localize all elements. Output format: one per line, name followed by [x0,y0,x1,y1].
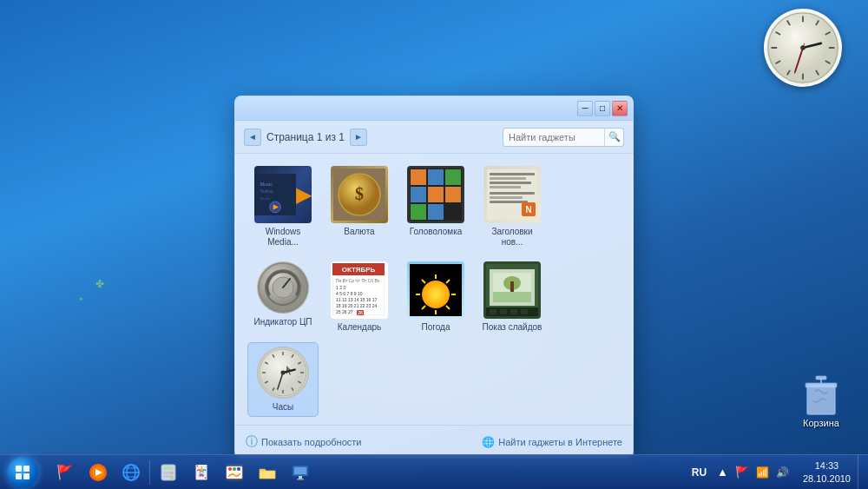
page-label: Страница 1 из 1 [266,131,345,143]
taskbar-icon-ie[interactable] [115,457,147,488]
taskbar-icon-security[interactable]: 🚩 [49,457,81,488]
search-box[interactable]: 🔍 [503,128,624,147]
svg-point-16 [800,45,806,50]
gadget-calendar[interactable]: ОКТЯБРЬ Пн Вт Ср Чт Пт Сб Вс 1 2 3 4 5 6… [325,258,394,336]
desktop-clock[interactable] [764,9,842,87]
taskbar-icon-solitaire[interactable]: 🃏 [186,457,217,488]
svg-text:11 12 13 14 15 16 17: 11 12 13 14 15 16 17 [336,297,377,302]
svg-rect-105 [23,473,30,479]
tray-arrow-icon[interactable]: ▲ [715,464,730,480]
svg-rect-36 [445,187,461,202]
svg-rect-41 [490,177,526,180]
svg-rect-104 [16,473,22,479]
svg-text:18 19 20 21 22 23 24: 18 19 20 21 22 23 24 [336,303,377,308]
svg-text:N: N [525,205,531,215]
svg-rect-117 [167,472,170,474]
show-details-label: Показать подробности [261,437,361,447]
svg-rect-79 [510,281,514,292]
taskbar-icon-mediaplayer[interactable] [82,457,114,488]
window-maximize-button[interactable]: □ [595,101,610,116]
svg-text:ОКТЯБРЬ: ОКТЯБРЬ [342,266,376,274]
taskbar-icons: 🚩 [45,455,320,489]
taskbar-tray: RU ▲ 🚩 📶 🔊 [681,464,796,480]
gadget-cpu[interactable]: Индикатор ЦП [248,258,318,336]
svg-point-126 [237,467,240,471]
gadget-currency[interactable]: $ Валюта [325,162,394,251]
clock-face [764,9,842,87]
svg-rect-20 [816,376,826,380]
gadget-calendar-label: Календарь [338,322,381,333]
svg-rect-81 [490,309,496,314]
svg-rect-103 [23,466,30,472]
window-close-button[interactable]: ✕ [612,101,628,116]
gadget-headlines-thumb: N [483,166,541,223]
find-online-button[interactable]: 🌐 Найти гаджеты в Интернете [482,436,622,448]
gadget-currency-thumb: $ [331,166,388,223]
gadget-puzzle-label: Головоломка [410,227,463,237]
svg-rect-102 [16,466,22,472]
svg-rect-38 [428,204,444,220]
svg-rect-82 [500,309,507,314]
sparkle-4: ✤ [95,278,104,290]
window-titlebar: ─ □ ✕ [235,96,633,121]
sparkle-5: ✦ [78,295,84,303]
search-button[interactable]: 🔍 [604,129,623,146]
gadget-wmp-label: Windows Media... [252,227,314,248]
gadget-clock-thumb [257,347,309,399]
tray-network-icon[interactable]: 📶 [754,465,771,480]
nav-section: ◄ Страница 1 из 1 ► [244,129,367,146]
gadget-slideshow[interactable]: Показ слайдов [477,258,547,336]
svg-text:25 26 27: 25 26 27 [336,309,353,314]
search-input[interactable] [503,132,604,142]
details-icon: ⓘ [246,434,258,450]
taskbar-clock[interactable]: 14:33 28.10.2010 [796,455,858,489]
taskbar-icon-folder[interactable] [252,457,283,488]
svg-rect-83 [510,309,517,314]
recycle-bin[interactable]: Корзина [800,373,842,428]
taskbar-icon-monitor[interactable] [285,457,316,488]
svg-rect-115 [163,466,174,470]
nav-next-button[interactable]: ► [350,129,367,146]
show-details-button[interactable]: ⓘ Показать подробности [246,434,361,450]
svg-rect-45 [490,196,523,199]
gadget-clock[interactable]: Часы [248,343,318,416]
taskbar: 🚩 [0,454,868,489]
svg-text:Media: Media [260,196,271,201]
tray-flag-icon[interactable]: 🚩 [733,464,751,480]
svg-text:28: 28 [358,310,363,315]
gadget-headlines-label: Заголовки нов... [481,227,543,248]
gadget-weather[interactable]: Погода [401,258,470,336]
taskbar-sep-1 [149,460,150,485]
gadget-cpu-label: Индикатор ЦП [253,317,312,327]
svg-rect-121 [170,475,174,480]
svg-rect-37 [411,204,426,220]
svg-rect-18 [806,383,837,387]
nav-prev-button[interactable]: ◄ [244,129,261,146]
tray-volume-icon[interactable]: 🔊 [774,465,791,480]
svg-rect-31 [411,169,426,185]
svg-text:Music: Music [260,182,273,187]
taskbar-icon-paint[interactable] [219,457,250,488]
gadget-puzzle[interactable]: Головоломка [401,162,470,251]
start-button[interactable] [0,455,45,489]
svg-point-124 [228,467,232,471]
gadget-wmp[interactable]: Music Toolbar Media Windows Media... [248,162,318,251]
svg-rect-35 [428,187,444,202]
window-minimize-button[interactable]: ─ [577,101,593,116]
svg-rect-128 [294,467,306,474]
svg-rect-46 [490,201,528,203]
show-desktop-button[interactable] [858,455,865,489]
taskbar-right: RU ▲ 🚩 📶 🔊 14:33 28.10.2010 [681,455,868,489]
recycle-bin-label: Корзина [803,418,839,428]
gadget-cpu-thumb [257,261,309,314]
svg-point-125 [233,467,236,471]
taskbar-icon-calc[interactable] [153,457,184,488]
svg-rect-43 [490,186,521,188]
gadget-headlines[interactable]: N Заголовки нов... [477,162,547,251]
tray-lang: RU [687,466,712,479]
gadget-calendar-thumb: ОКТЯБРЬ Пн Вт Ср Чт Пт Сб Вс 1 2 3 4 5 6… [331,261,388,319]
window-content: Music Toolbar Media Windows Media... [235,154,633,425]
gadget-wmp-thumb: Music Toolbar Media [254,166,312,223]
gadget-slideshow-label: Показ слайдов [483,322,542,333]
svg-rect-129 [299,476,302,479]
